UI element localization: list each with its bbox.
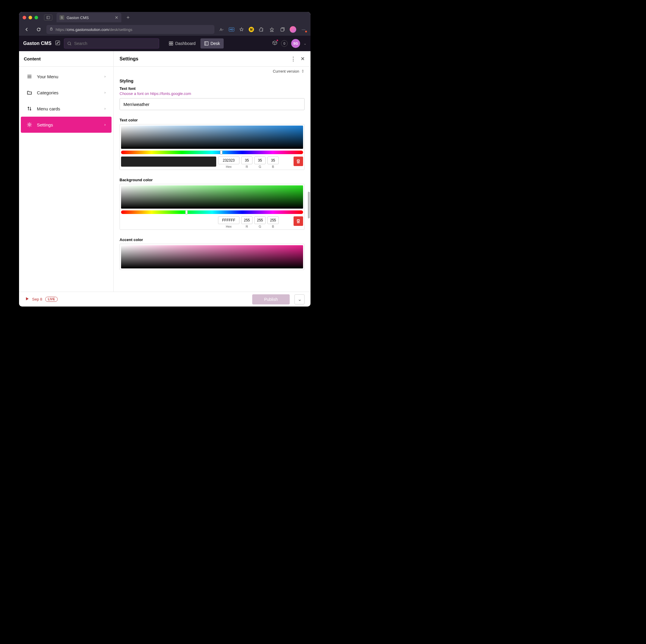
hd-badge-icon[interactable]: HD bbox=[229, 27, 234, 31]
address-bar[interactable]: https://cms.gastonsolution.com/desk/sett… bbox=[46, 25, 214, 34]
extension-m-icon[interactable]: M bbox=[249, 27, 254, 32]
favorites-bar-icon[interactable] bbox=[268, 26, 276, 33]
b-label: B bbox=[272, 165, 274, 168]
sidebar-item-categories[interactable]: Categories › bbox=[21, 85, 112, 101]
delete-color-button[interactable] bbox=[294, 216, 303, 226]
menu-icon bbox=[27, 74, 32, 79]
hex-input[interactable] bbox=[218, 157, 239, 164]
g-input[interactable] bbox=[254, 157, 265, 164]
live-badge: LIVE bbox=[45, 297, 58, 302]
field-label: Text color bbox=[120, 118, 305, 122]
hex-label: Hex bbox=[226, 165, 232, 168]
version-selector[interactable]: Current version bbox=[114, 67, 311, 76]
back-button[interactable] bbox=[23, 25, 31, 34]
field-hint: Choose a font on https://fonts.google.co… bbox=[120, 91, 305, 96]
hue-thumb[interactable] bbox=[220, 150, 222, 155]
new-tab-button[interactable]: + bbox=[124, 13, 132, 22]
field-text-font: Text font Choose a font on https://fonts… bbox=[120, 86, 305, 110]
app-brand: Gaston CMS bbox=[23, 41, 51, 46]
chevron-right-icon: › bbox=[104, 90, 106, 95]
saturation-field[interactable] bbox=[121, 125, 303, 149]
footer-date: Sep 8 bbox=[32, 297, 42, 301]
collections-icon[interactable] bbox=[279, 26, 286, 33]
favicon: S bbox=[60, 15, 64, 20]
more-menu-button[interactable]: ⋯ bbox=[300, 26, 307, 33]
minimize-window-button[interactable] bbox=[28, 16, 32, 19]
content-area: Styling Text font Choose a font on https… bbox=[114, 76, 311, 292]
color-picker bbox=[120, 244, 305, 270]
hue-thumb[interactable] bbox=[185, 210, 188, 214]
user-avatar[interactable]: SG bbox=[291, 39, 300, 48]
browser-chrome: S Gaston CMS ✕ + https://cms.gastonsolut… bbox=[19, 12, 311, 36]
traffic-lights bbox=[23, 16, 38, 19]
svg-point-17 bbox=[28, 124, 30, 125]
sidebar: Content Your Menu › Categories › Menu ca… bbox=[19, 51, 114, 292]
read-aloud-icon[interactable]: A» bbox=[218, 26, 225, 33]
edit-button[interactable] bbox=[55, 40, 61, 47]
saturation-field[interactable] bbox=[121, 245, 303, 268]
more-actions-button[interactable]: ⋮ bbox=[291, 56, 296, 62]
browser-tab[interactable]: S Gaston CMS ✕ bbox=[57, 13, 121, 22]
main-panel: Settings ⋮ ✕ Current version Styling Tex… bbox=[114, 51, 311, 292]
hue-slider[interactable] bbox=[121, 210, 303, 214]
nav-tabs: Dashboard Desk bbox=[165, 38, 223, 49]
g-label: G bbox=[259, 225, 261, 228]
svg-point-6 bbox=[68, 42, 71, 44]
maximize-window-button[interactable] bbox=[34, 16, 38, 19]
r-input[interactable] bbox=[241, 216, 252, 224]
svg-rect-8 bbox=[169, 42, 171, 43]
search-input[interactable] bbox=[74, 41, 156, 46]
scrollbar-thumb[interactable] bbox=[308, 192, 310, 218]
tab-desk[interactable]: Desk bbox=[201, 38, 224, 49]
color-picker: Hex R G B bbox=[120, 124, 305, 170]
b-input[interactable] bbox=[267, 216, 279, 224]
main-header: Settings ⋮ ✕ bbox=[114, 51, 311, 67]
publish-button[interactable]: Publish bbox=[252, 294, 290, 304]
body: Content Your Menu › Categories › Menu ca… bbox=[19, 51, 311, 292]
right-bar: 0 SG ⌄ bbox=[272, 39, 306, 48]
app-window: S Gaston CMS ✕ + https://cms.gastonsolut… bbox=[19, 12, 311, 306]
play-icon[interactable] bbox=[25, 297, 29, 302]
sidebar-item-menu-cards[interactable]: Menu cards › bbox=[21, 101, 112, 117]
delete-color-button[interactable] bbox=[294, 157, 303, 166]
sidebar-item-settings[interactable]: Settings › bbox=[21, 117, 112, 133]
sidebar-item-your-menu[interactable]: Your Menu › bbox=[21, 69, 112, 85]
extension-icon[interactable] bbox=[257, 26, 265, 33]
folder-icon bbox=[27, 90, 32, 95]
field-label: Accent color bbox=[120, 238, 305, 242]
font-input[interactable] bbox=[120, 98, 305, 110]
svg-rect-12 bbox=[205, 42, 208, 45]
svg-rect-9 bbox=[171, 42, 173, 43]
close-window-button[interactable] bbox=[23, 16, 26, 19]
b-label: B bbox=[272, 225, 274, 228]
section-heading: Styling bbox=[120, 79, 305, 83]
svg-rect-5 bbox=[56, 41, 60, 45]
publish-more-button[interactable]: ⌄ bbox=[295, 294, 305, 304]
profile-avatar[interactable] bbox=[290, 26, 296, 33]
close-tab-button[interactable]: ✕ bbox=[115, 15, 118, 20]
sidebar-toggle-button[interactable] bbox=[44, 15, 52, 20]
user-menu-chevron[interactable]: ⌄ bbox=[304, 42, 306, 45]
footer: Sep 8 LIVE Publish ⌄ bbox=[19, 292, 311, 306]
search-box[interactable] bbox=[64, 38, 159, 49]
close-panel-button[interactable]: ✕ bbox=[301, 56, 305, 62]
notification-count[interactable]: 0 bbox=[281, 40, 288, 47]
sidebar-item-label: Categories bbox=[37, 90, 59, 95]
app-bar: Gaston CMS Dashboard Desk 0 SG ⌄ bbox=[19, 36, 311, 51]
favorite-icon[interactable] bbox=[238, 26, 245, 33]
refresh-button[interactable] bbox=[34, 25, 43, 34]
b-input[interactable] bbox=[267, 157, 279, 164]
r-input[interactable] bbox=[241, 157, 252, 164]
hue-slider[interactable] bbox=[121, 151, 303, 154]
gear-icon bbox=[27, 122, 32, 127]
g-input[interactable] bbox=[254, 216, 265, 224]
svg-line-7 bbox=[70, 44, 71, 45]
field-label: Background color bbox=[120, 178, 305, 182]
tab-dashboard[interactable]: Dashboard bbox=[165, 38, 199, 49]
package-icon[interactable] bbox=[272, 40, 278, 47]
tab-bar: S Gaston CMS ✕ + bbox=[19, 12, 311, 23]
svg-rect-11 bbox=[171, 44, 173, 45]
saturation-field[interactable] bbox=[121, 185, 303, 209]
hex-input[interactable] bbox=[218, 216, 239, 224]
g-label: G bbox=[259, 165, 261, 168]
